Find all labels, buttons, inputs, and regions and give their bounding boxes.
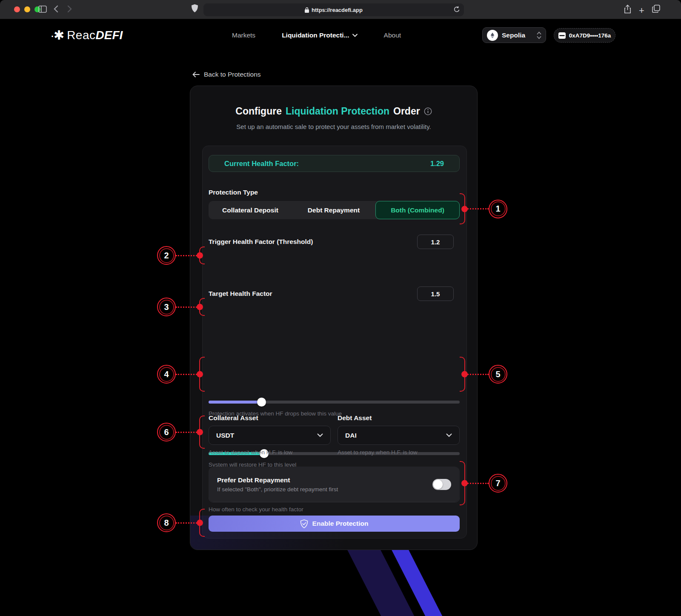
reload-icon[interactable] [453,6,460,13]
target-hf-label: Target Health Factor [209,290,272,298]
health-factor-label: Current Health Factor: [224,160,299,168]
address-bar[interactable]: https://reacdefi.app [203,3,464,16]
option-both-combined[interactable]: Both (Combined) [375,201,460,219]
configure-protection-card: Configure Liquidation Protection Order S… [190,86,478,550]
page-title: Configure Liquidation Protection Order [190,106,477,117]
prefer-debt-repayment-label: Prefer Debt Repayment [217,476,338,484]
brand-asterisk-icon: ·✱ [50,28,63,43]
unfold-icon [537,32,541,39]
nav-item-about[interactable]: About [384,32,401,39]
minimize-window-button[interactable] [24,6,30,12]
nav-item-liquidation-protection[interactable]: Liquidation Protecti... [282,32,357,39]
trigger-hf-label: Trigger Health Factor (Threshold) [209,238,313,246]
network-selector[interactable]: Sepolia [482,27,546,43]
browser-toolbar: https://reacdefi.app + [0,0,681,19]
share-icon[interactable] [624,5,631,14]
info-icon[interactable] [424,107,432,115]
collateral-asset-helper: Asset to deposit when H.F. is low [209,449,292,456]
debt-asset-label: Debt Asset [338,414,372,422]
forward-button[interactable] [67,5,72,13]
prefer-debt-repayment-card: Prefer Debt Repayment If selected "Both"… [209,467,460,502]
form-panel: Current Health Factor: 1.29 Protection T… [202,146,467,539]
wallet-button[interactable]: 0xA7D9••••176a [554,28,615,43]
wallet-address: 0xA7D9••••176a [569,32,611,39]
decorative-stripes [0,550,681,616]
nav-item-markets[interactable]: Markets [232,32,255,39]
toggle-knob [433,480,443,489]
collateral-asset-select[interactable]: USDT [209,426,331,445]
sidebar-icon[interactable] [38,6,47,13]
privacy-shield-icon[interactable] [192,4,198,12]
debt-asset-select[interactable]: DAI [338,426,460,445]
trigger-hf-slider[interactable] [209,397,460,407]
back-button[interactable] [54,5,58,13]
back-to-protections-link[interactable]: Back to Protections [192,71,261,78]
site-navbar: ·✱ ReacDEFI Markets Liquidation Protecti… [0,19,681,51]
prefer-debt-repayment-toggle[interactable] [432,479,451,490]
new-tab-icon[interactable]: + [639,5,644,16]
arrow-left-icon [192,72,200,77]
chevron-down-icon [352,34,358,37]
network-label: Sepolia [502,32,525,39]
ethereum-icon [487,30,498,41]
slider-thumb[interactable] [257,398,266,407]
option-debt-repayment[interactable]: Debt Repayment [292,201,375,219]
wallet-icon [558,32,566,39]
prefer-debt-repayment-helper: If selected "Both", prioritize debt repa… [217,486,338,493]
close-window-button[interactable] [14,6,20,12]
brand-text: Reac [67,29,95,42]
brand-logo[interactable]: ·✱ ReacDEFI [50,28,123,43]
health-factor-value: 1.29 [430,160,444,168]
enable-protection-button[interactable]: Enable Protection [209,516,460,532]
tab-overview-icon[interactable] [652,5,660,13]
protection-type-segmented-control: Collateral Deposit Debt Repayment Both (… [209,201,460,219]
lock-icon [305,7,309,13]
stripe-bright [388,550,448,616]
debt-asset-helper: Asset to repay when H.F. is low [338,449,418,456]
protection-type-label: Protection Type [209,189,258,196]
target-hf-value[interactable]: 1.5 [417,287,454,301]
page-subtitle: Set up an automatic sale to protect your… [190,123,477,130]
stripe-dark [343,550,420,616]
option-collateral-deposit[interactable]: Collateral Deposit [209,201,292,219]
current-health-factor: Current Health Factor: 1.29 [209,155,460,172]
slider-fill [209,401,261,404]
screen: https://reacdefi.app + ·✱ ReacDEFI Marke… [0,0,681,616]
chevron-down-icon [446,433,452,437]
chevron-down-icon [317,433,323,437]
shield-check-icon [300,519,308,528]
trigger-hf-value[interactable]: 1.2 [417,235,454,249]
collateral-asset-label: Collateral Asset [209,414,258,422]
check-frequency-helper: How often to check your health factor [209,506,303,513]
url-text: https://reacdefi.app [312,7,363,13]
